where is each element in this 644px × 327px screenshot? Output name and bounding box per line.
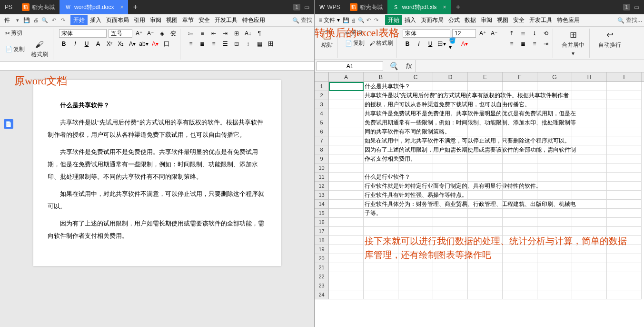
align-right-button[interactable]: ≡ [209,39,218,49]
cell[interactable]: 免费试用期通常有一些限制，例如：时间限制、功能限制、添加水印、批处理限制等 [364,118,398,127]
cell[interactable] [433,191,468,200]
row-header[interactable]: 12 [315,182,329,191]
cell[interactable] [329,136,364,145]
cell[interactable] [329,154,364,164]
cell[interactable] [398,127,433,136]
cell[interactable] [537,118,572,127]
font-color-button[interactable]: A▾ [128,39,137,49]
bullets-button[interactable]: ≔ [186,29,196,38]
cell[interactable] [503,218,537,227]
close-icon[interactable]: × [443,4,446,10]
cell[interactable] [537,100,572,109]
menu-insert[interactable]: 插入 [88,16,104,24]
tab-wps[interactable]: WWPS [315,0,345,14]
cell[interactable] [607,191,642,200]
row-header[interactable]: 24 [315,290,329,299]
cell[interactable] [329,173,364,182]
cell[interactable] [364,164,398,173]
size-select[interactable] [109,29,132,38]
cell[interactable] [503,263,537,272]
row-header[interactable]: 5 [315,118,329,127]
indent-dec-button[interactable]: ⇤ [209,29,218,38]
nav-pane-icon[interactable]: 📄 [4,119,13,129]
col-header[interactable]: D [433,72,468,82]
cell[interactable] [503,164,537,173]
menu-start[interactable]: 开始 [385,15,402,25]
highlight-button[interactable]: ab▾ [139,39,149,49]
cell[interactable] [607,136,642,145]
cell[interactable] [468,100,503,109]
col-header[interactable]: E [468,72,503,82]
cell[interactable] [329,281,364,290]
cell[interactable] [503,200,537,209]
orient-button[interactable]: ⟲ [541,29,551,38]
cell[interactable] [329,118,364,127]
cell[interactable] [503,109,537,118]
cell[interactable] [468,200,503,209]
cell[interactable] [329,236,364,245]
text-color-button[interactable]: A▾ [150,39,160,49]
print-icon[interactable]: 🖨 [350,17,357,24]
font-select[interactable] [403,29,450,38]
cell[interactable] [329,182,364,191]
cell[interactable] [398,109,433,118]
row-header[interactable]: 23 [315,281,329,290]
copy-button[interactable]: 📄复制 [4,45,26,54]
cell[interactable]: 如果在试用中，对此共享软件不满意，可以停止试用，只要删除这个程序就可以。 [364,136,398,145]
cell[interactable] [537,127,572,136]
super-button[interactable]: X² [105,39,114,49]
name-box[interactable] [317,61,383,71]
cell[interactable] [468,182,503,191]
cell[interactable] [537,164,572,173]
cell[interactable] [537,272,572,281]
grow-font-button[interactable]: A⁺ [478,29,487,38]
ruler[interactable] [0,62,314,71]
tab-button[interactable]: ⊞ [232,29,241,38]
indent-button[interactable]: ⇥ [541,39,551,49]
cell[interactable] [607,164,642,173]
cell[interactable] [329,290,364,299]
menu-review[interactable]: 审阅 [478,16,495,24]
row-header[interactable]: 8 [315,145,329,154]
clear-format-button[interactable]: ◈ [157,29,167,38]
cell[interactable] [572,191,607,200]
cell[interactable] [433,281,468,290]
cell[interactable] [607,145,642,154]
fx-icon[interactable]: 🔍 [385,61,402,71]
cell[interactable] [329,191,364,200]
document-page[interactable]: 什么是共享软件？ 共享软件是以"先试用后付费"的方式试用的享有版权的软件。根据共… [33,80,281,266]
cell[interactable] [503,281,537,290]
cell[interactable] [468,127,503,136]
cell[interactable] [572,182,607,191]
cell[interactable] [433,272,468,281]
cell[interactable] [468,218,503,227]
cell[interactable] [433,209,468,218]
col-header[interactable]: F [503,72,537,82]
cell[interactable] [537,281,572,290]
row-header[interactable]: 2 [315,91,329,100]
cell[interactable] [329,100,364,109]
cell[interactable] [329,272,364,281]
cell[interactable] [537,263,572,272]
col-header[interactable]: B [364,72,398,82]
row-header[interactable]: 16 [315,218,329,227]
italic-button[interactable]: I [414,39,424,49]
search-box[interactable]: 🔍查找... [617,16,642,24]
save-icon[interactable]: ▾ [14,16,21,24]
menu-ref[interactable]: 引用 [131,16,148,24]
cell[interactable] [607,209,642,218]
borders-button[interactable]: 田 [266,39,276,49]
menu-file[interactable]: 件 [2,16,12,24]
cell[interactable] [503,136,537,145]
cell[interactable] [607,91,642,100]
cell[interactable] [503,290,537,299]
menu-view[interactable]: 视图 [164,16,180,24]
search-box[interactable]: 🔍查找 [292,16,312,24]
cell[interactable] [398,164,433,173]
cell[interactable] [537,182,572,191]
cell[interactable] [468,82,503,91]
redo-icon[interactable]: ↷ [59,16,67,24]
cell[interactable]: 什么是行业软件？ [364,173,398,182]
menu-dev[interactable]: 开发工具 [527,16,555,24]
cell[interactable] [537,145,572,154]
